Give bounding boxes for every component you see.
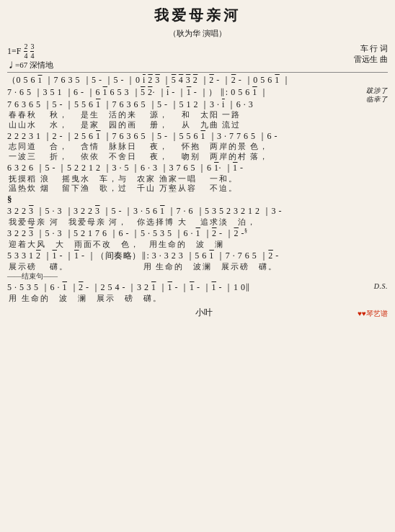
notation-line-2: 7 · 6 5 ｜3 5 1 ｜6 - ｜6 1 6 5 3 ｜5 2· ｜i …	[7, 86, 388, 99]
lyrics-5b: 温热炊 烟 留下渔 歌，过 千山 万壑从容 不迫。	[7, 184, 388, 194]
key-signature: 1=F 2 4 3 4	[7, 43, 53, 60]
staff-5: 6 3 2 6 ｜5 - ｜5 2 2 1 2 ｜3 · 5 ｜6 · 3 ｜3…	[7, 162, 388, 174]
lyricist: 车 行 词	[360, 43, 389, 54]
repeat-note: 跋涉了临幸了	[366, 86, 388, 104]
notation-line-8: 5 3 3 1 2 ｜1 - ｜1 - ｜（间奏略）‖: 3 · 3 2 3 ｜…	[7, 250, 388, 271]
staff-7: 3 2 2 3 ｜5 · 3 ｜5 2 1 7 6 ｜6 - ｜5 · 5 3 …	[7, 227, 388, 240]
staff-8: 5 3 3 1 2 ｜1 - ｜1 - ｜（间奏略）‖: 3 · 3 2 3 ｜…	[7, 250, 388, 262]
footer-author: 小叶	[50, 307, 358, 319]
tempo: ♩=67 深情地	[7, 60, 53, 71]
notation-line-7: 3 2 2 3 ｜5 · 3 ｜5 2 1 7 6 ｜6 - ｜5 · 5 3 …	[7, 227, 388, 249]
notation-line-5: 6 3 2 6 ｜5 - ｜5 2 2 1 2 ｜3 · 5 ｜6 · 3 ｜3…	[7, 162, 388, 194]
staff-1: （0 5 6 1 ｜7 6 3 5 ｜5 - ｜5 - ｜0 i 2 3 ｜5 …	[7, 74, 388, 86]
logo-text: ♥琴艺谱	[362, 310, 388, 317]
time-signature-1: 2 4	[24, 43, 27, 60]
lyrics-5a: 抚摸稻 浪 摇曳水 车，与 农家 渔家一唱 一和。	[7, 174, 388, 184]
lyrics-4a: 志同道 合， 含情 脉脉日 夜， 怀抱 两岸的景 色，	[7, 142, 388, 152]
staff-3: 7 6 3 6 5 ｜5 - ｜5 5 6 1 ｜7 6 3 6 5 ｜5 - …	[7, 99, 388, 111]
staff-4: 2 2 2 3 1 ｜2 - ｜2 5 6 1 ｜7 6 3 6 5 ｜5 - …	[7, 130, 388, 143]
lyrics-9: 用 生命的 波 澜 展示 磅 礴。	[7, 294, 388, 304]
notation-line-3: 7 6 3 6 5 ｜5 - ｜5 5 6 1 ｜7 6 3 6 5 ｜5 - …	[7, 99, 388, 130]
ds-marker: D.S.	[374, 281, 388, 292]
meta-section: 1=F 2 4 3 4 ♩=67 深情地 车 行 词 雷远生 曲	[7, 43, 388, 71]
lyrics-4b: 一波三 折， 依依 不舍日 夜， 吻别 两岸的村 落，	[7, 152, 388, 162]
lyrics-7: 迎着大风 大 雨面不改 色， 用生命的 波 澜	[7, 240, 388, 250]
lyrics-8: 展示磅 礴。 用 生命的 波澜 展示磅 礴。	[7, 262, 388, 272]
staff-2: 7 · 6 5 ｜3 5 1 ｜6 - ｜6 1 6 5 3 ｜5 2· ｜i …	[7, 86, 388, 99]
end-section: ——结束句—— 5 · 5 3 5 ｜6 · 1 ｜2 - ｜2 5 4 - ｜…	[7, 271, 388, 303]
composer: 雷远生 曲	[354, 54, 388, 65]
attribution: 车 行 词 雷远生 曲	[354, 43, 388, 71]
staff-9: 5 · 5 3 5 ｜6 · 1 ｜2 - ｜2 5 4 - ｜3 2 1 ｜1…	[7, 281, 388, 294]
segno-marker: §	[7, 194, 388, 205]
subtitle: （耿为华 演唱）	[7, 28, 388, 39]
end-marker: ——结束句——	[7, 271, 388, 281]
notation-line-6: § 3 2 2 3 ｜5 · 3 ｜3 2 2 3 ｜5 - ｜3 · 5 6 …	[7, 194, 388, 227]
logo: ♥♥琴艺谱	[358, 309, 388, 319]
notation-line-4: 2 2 2 3 1 ｜2 - ｜2 5 6 1 ｜7 6 3 6 5 ｜5 - …	[7, 130, 388, 162]
staff-6: 3 2 2 3 ｜5 · 3 ｜3 2 2 3 ｜5 - ｜3 · 5 6 1 …	[7, 205, 388, 217]
notation-line-1: （0 5 6 1 ｜7 6 3 5 ｜5 - ｜5 - ｜0 i 2 3 ｜5 …	[7, 74, 388, 86]
lyrics-6: 我爱母亲 河 我爱母亲 河， 你选择博 大 追求淡 泊，	[7, 217, 388, 227]
footer: 小叶 ♥♥琴艺谱	[7, 307, 388, 319]
title: 我爱母亲河	[7, 6, 388, 25]
time-signature-2: 3 4	[30, 43, 34, 60]
lyrics-3a: 春春秋 秋， 是生 活的来 源， 和 太阳 一路	[7, 110, 388, 120]
lyrics-3b: 山山水 水， 是家 园的画 册， 从 九曲 流过	[7, 120, 388, 130]
key-label: 1=F	[7, 46, 21, 57]
